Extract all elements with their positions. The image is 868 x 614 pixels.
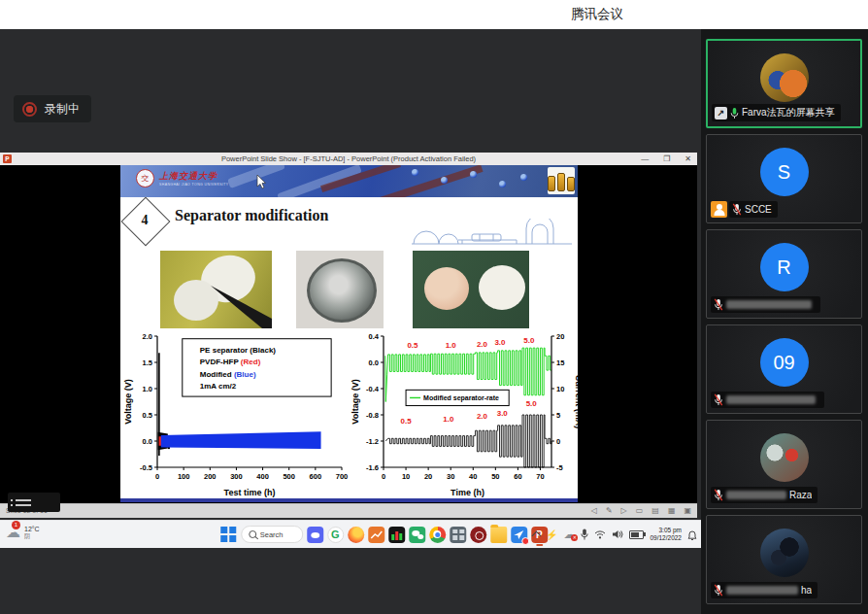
notification-badge: 1 bbox=[12, 521, 20, 529]
firefox-icon[interactable] bbox=[348, 527, 364, 543]
separator-photo-tweezers bbox=[160, 251, 272, 328]
lantern-icon bbox=[470, 171, 477, 178]
participant-tile-scce[interactable]: S SCCE bbox=[706, 134, 862, 223]
tray-expand-icon[interactable] bbox=[532, 531, 542, 541]
participant-tile-last[interactable]: ha bbox=[706, 515, 862, 604]
microphone-tray-icon[interactable] bbox=[581, 529, 588, 540]
svg-text:20: 20 bbox=[556, 332, 564, 341]
svg-text:10: 10 bbox=[402, 472, 410, 481]
svg-text:700: 700 bbox=[336, 472, 349, 481]
close-button[interactable]: ✕ bbox=[684, 153, 691, 165]
normal-view-icon[interactable]: ▭ bbox=[636, 504, 644, 518]
wifi-icon[interactable] bbox=[594, 529, 606, 539]
pen-icon[interactable]: ✎ bbox=[606, 504, 613, 518]
office-chart-icon[interactable] bbox=[368, 527, 384, 543]
restore-button[interactable]: ❐ bbox=[663, 153, 670, 165]
avatar-initial: R bbox=[760, 243, 809, 291]
reading-view-icon[interactable]: ▦ bbox=[668, 504, 676, 518]
svg-text:50: 50 bbox=[491, 472, 499, 481]
university-name-en: SHANGHAI JIAO TONG UNIVERSITY bbox=[159, 183, 229, 187]
screen-share-icon: ↗ bbox=[715, 107, 727, 119]
list-overlay[interactable] bbox=[8, 493, 60, 512]
slideshow-view-icon[interactable]: ▣ bbox=[684, 504, 691, 518]
svg-text:2.0: 2.0 bbox=[143, 332, 152, 341]
svg-text:0.0: 0.0 bbox=[143, 437, 152, 446]
search-icon bbox=[249, 530, 256, 538]
participant-tile-raza[interactable]: Raza bbox=[706, 420, 862, 509]
participant-name: ha bbox=[801, 585, 812, 596]
svg-text:500: 500 bbox=[283, 472, 295, 481]
previous-slide-icon[interactable]: ◁ bbox=[591, 504, 597, 518]
tweezers bbox=[160, 251, 272, 328]
slide-banner: 交 上海交通大学 SHANGHAI JIAO TONG UNIVERSITY bbox=[120, 165, 578, 197]
svg-text:1.0: 1.0 bbox=[446, 341, 457, 350]
lantern-icon bbox=[441, 177, 448, 184]
g-app-icon[interactable]: G bbox=[327, 527, 344, 543]
start-button[interactable] bbox=[219, 526, 237, 543]
mouse-cursor bbox=[256, 175, 267, 189]
shared-screen-stage: 录制中 P PowerPoint Slide Show - [F-SJTU-AD… bbox=[0, 29, 701, 614]
svg-text:15: 15 bbox=[556, 358, 564, 367]
participant-label: ha bbox=[711, 582, 818, 598]
cloud-sync-icon[interactable]: ☁✕ bbox=[563, 528, 575, 541]
sync-error-badge: ✕ bbox=[571, 534, 578, 541]
slide-title: Separator modification bbox=[175, 207, 328, 224]
svg-text:PVDF-HFP (Red): PVDF-HFP (Red) bbox=[200, 358, 261, 366]
university-name-cn: 上海交通大学 bbox=[159, 170, 229, 183]
search-box[interactable]: Search bbox=[241, 526, 303, 543]
participant-tile-sharer[interactable]: ↗ Farva法瓦的屏幕共享 bbox=[706, 39, 862, 128]
stock-terminal-icon[interactable] bbox=[388, 527, 405, 543]
university-logo: 交 上海交通大学 SHANGHAI JIAO TONG UNIVERSITY bbox=[136, 169, 229, 188]
svg-text:0.0: 0.0 bbox=[369, 358, 379, 367]
svg-text:1.0: 1.0 bbox=[443, 415, 454, 424]
chrome-icon[interactable] bbox=[429, 527, 446, 543]
svg-text:3.0: 3.0 bbox=[497, 409, 509, 418]
next-slide-icon[interactable]: ▷ bbox=[621, 504, 627, 518]
participant-name: SCCE bbox=[745, 204, 772, 215]
charts-row: 0100200300400500600700-0.50.00.51.01.52.… bbox=[120, 330, 578, 498]
minimize-button[interactable]: — bbox=[641, 153, 649, 165]
participant-tile-r[interactable]: R bbox=[706, 229, 862, 319]
campus-lineart bbox=[412, 219, 572, 248]
battery-logo bbox=[548, 167, 575, 194]
banner-deco bbox=[379, 165, 483, 197]
svg-text:Voltage (V): Voltage (V) bbox=[123, 379, 133, 424]
avatar bbox=[760, 53, 809, 102]
slide-sorter-icon[interactable]: ▤ bbox=[651, 504, 659, 518]
svg-text:PE separator (Black): PE separator (Black) bbox=[200, 346, 277, 355]
participant-tile-09[interactable]: 09 bbox=[706, 324, 862, 414]
svg-text:-0.4: -0.4 bbox=[366, 385, 380, 393]
participant-label: ↗ Farva法瓦的屏幕共享 bbox=[712, 104, 841, 121]
svg-text:Modified separator-rate: Modified separator-rate bbox=[423, 394, 499, 402]
lantern-icon bbox=[520, 174, 527, 181]
svg-text:1.5: 1.5 bbox=[143, 358, 152, 367]
microphone-on-icon bbox=[730, 107, 739, 119]
microphone-muted-icon bbox=[714, 489, 723, 501]
red-app-icon[interactable] bbox=[470, 527, 486, 543]
participant-label: SCCE bbox=[729, 201, 778, 218]
speaker-icon[interactable] bbox=[612, 529, 623, 539]
participant-name: Raza bbox=[789, 490, 812, 500]
recording-label: 录制中 bbox=[45, 101, 80, 118]
tray-date: 09/12/2022 bbox=[650, 534, 682, 542]
recording-indicator[interactable]: 录制中 bbox=[14, 95, 91, 122]
system-tray: ⚡ ☁✕ 3:05 pm 09/12/2022 bbox=[533, 521, 697, 548]
tray-time: 3:05 pm bbox=[650, 527, 682, 534]
calculator-icon[interactable] bbox=[450, 527, 466, 543]
blue-messaging-icon[interactable] bbox=[511, 527, 527, 543]
power-mode-icon[interactable]: ⚡ bbox=[546, 529, 557, 540]
battery-icon[interactable] bbox=[629, 530, 644, 539]
file-explorer-icon[interactable] bbox=[490, 527, 507, 543]
wechat-icon[interactable] bbox=[409, 527, 425, 543]
clock[interactable]: 3:05 pm 09/12/2022 bbox=[650, 527, 682, 542]
discord-icon[interactable] bbox=[307, 527, 323, 543]
cycling-stability-chart: 0100200300400500600700-0.50.00.51.01.52.… bbox=[122, 330, 350, 498]
avatar-initial: S bbox=[760, 148, 809, 196]
separator-photo-pair bbox=[413, 251, 529, 328]
notification-bell-icon[interactable] bbox=[687, 529, 697, 540]
slide-title-row: 4 Separator modification bbox=[120, 197, 578, 251]
weather-widget[interactable]: ☁1 12°C 阴 bbox=[6, 524, 40, 541]
svg-text:1.0: 1.0 bbox=[143, 385, 152, 393]
taskbar-center: Search G bbox=[219, 521, 548, 548]
svg-text:0: 0 bbox=[382, 472, 385, 481]
